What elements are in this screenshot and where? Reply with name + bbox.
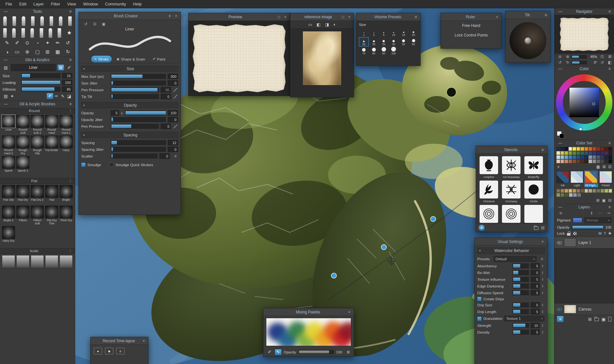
brush-tool-6[interactable] <box>50 16 53 26</box>
reset-rotation-icon[interactable]: ↺ <box>600 60 605 65</box>
import-brush-icon[interactable]: ⊟ <box>92 22 97 26</box>
panel-header[interactable]: reference image □ × <box>290 13 354 21</box>
minimize-icon[interactable]: — <box>558 67 563 71</box>
color-swatch[interactable] <box>556 151 560 155</box>
layers-header[interactable]: — Layers ≡ <box>554 204 614 210</box>
record-icon[interactable]: ● <box>94 348 102 354</box>
canvas-visibility-icon[interactable] <box>557 307 562 311</box>
color-swatch[interactable] <box>564 155 568 159</box>
color-swatch[interactable] <box>596 189 600 193</box>
stencil-group-icon[interactable] <box>534 227 538 230</box>
add-layer-icon[interactable]: ⊞ <box>588 317 592 322</box>
slider-track-re-wet[interactable] <box>513 270 529 275</box>
minimize-icon[interactable]: — <box>3 58 8 62</box>
color-set-header[interactable]: — Color Set ≡ <box>554 140 614 146</box>
slider-value[interactable]: 5 <box>531 277 540 282</box>
slider-value[interactable]: 5 <box>531 302 540 308</box>
volume-preset-100[interactable]: 100 <box>389 46 399 56</box>
flip-horizontal-icon[interactable]: ◧ <box>607 60 612 65</box>
brush-preset-round-soft[interactable]: Round Soft <box>16 115 30 135</box>
active-brush-name[interactable]: Liner <box>11 64 56 71</box>
mix-pen-icon[interactable]: ✎ <box>275 349 281 355</box>
checkbox-box[interactable] <box>477 297 481 301</box>
color-swatch[interactable] <box>588 155 592 159</box>
brush-preset-hairy[interactable]: Hairy <box>59 135 73 155</box>
brush-flyout-icon[interactable]: ✐ <box>66 65 72 70</box>
stencil-chesnut[interactable]: Chesnut <box>479 181 499 203</box>
row-menu-icon[interactable]: ≡ <box>173 154 178 158</box>
canvas-layer-name[interactable]: Canvas <box>578 307 592 311</box>
panel-menu-icon[interactable]: ≡ <box>607 67 612 71</box>
panel-header[interactable]: Record Time-lapse × <box>91 337 148 345</box>
zoom-fit-icon[interactable]: ⊡ <box>600 54 605 59</box>
slider-track-loading[interactable] <box>21 80 60 85</box>
slider-prefix-value[interactable]: 5 <box>111 110 119 116</box>
navigator-header[interactable]: — Navigator ≡ <box>554 8 614 15</box>
slider-value[interactable]: 0 <box>168 117 178 122</box>
section-header-opacity[interactable]: ▾Opacity <box>81 102 178 108</box>
brush-preset-thick-dry[interactable]: Thick Dry <box>59 206 73 225</box>
brush-preset-flat[interactable]: Flat <box>45 185 59 205</box>
color-swatch[interactable] <box>561 155 564 159</box>
color-swatch[interactable] <box>577 159 580 163</box>
value-stepper[interactable]: ▲▼ <box>542 264 545 268</box>
color-swatch[interactable] <box>609 155 612 159</box>
color-swatch[interactable] <box>561 193 564 197</box>
remove-swatch-icon[interactable]: ⊟ <box>608 198 611 203</box>
color-swatch[interactable] <box>556 159 560 163</box>
menu-item-view[interactable]: View <box>64 0 80 8</box>
color-swatch[interactable] <box>569 147 572 151</box>
waterdrop-tool-icon[interactable]: ◔ <box>34 39 41 46</box>
rotate-cw-icon[interactable]: ↻ <box>565 60 570 65</box>
volume-preset-90[interactable]: 90 <box>379 46 389 56</box>
slider-track-texture-influence[interactable] <box>513 277 529 282</box>
color-swatch[interactable] <box>577 155 580 159</box>
slider-track-oiliness[interactable] <box>21 87 60 92</box>
color-swatch[interactable] <box>604 155 608 159</box>
tools-panel-header[interactable]: — Tools ≡ <box>0 8 75 15</box>
section-menu-icon[interactable]: ⋮ <box>68 109 73 113</box>
flip-vertical-icon[interactable]: ◨ <box>325 22 329 27</box>
close-icon[interactable]: × <box>495 15 500 19</box>
slider-value[interactable]: 5 <box>531 309 540 314</box>
stencil-art-nouveau[interactable]: Art Nouveau <box>501 156 521 179</box>
frame-icon[interactable]: ▭ <box>308 22 312 27</box>
brush-preset-speck-2[interactable]: Speck 2 <box>16 156 30 176</box>
color-swatch[interactable] <box>601 189 604 193</box>
color-swatch[interactable] <box>577 193 581 197</box>
value-stepper[interactable]: ▲▼ <box>542 291 545 295</box>
value-stepper[interactable]: ▲▼ <box>542 331 545 334</box>
black-white-swatches[interactable] <box>557 131 564 138</box>
blend-mode-dropdown[interactable]: Normal▾ <box>585 217 611 223</box>
mix-opacity-value[interactable]: 100 <box>336 350 342 354</box>
brush-tool-9[interactable] <box>3 28 7 38</box>
pick-brush-icon[interactable]: ✐ <box>266 349 273 355</box>
color-swatch[interactable] <box>601 159 604 163</box>
checkbox-box[interactable] <box>109 163 114 167</box>
panel-menu-icon[interactable]: ≡ <box>543 13 548 17</box>
color-swatch[interactable] <box>593 151 596 155</box>
brush-preset-flat-dry-2[interactable]: Flat Dry 2 <box>30 185 44 205</box>
dirty-brush-icon[interactable]: ✦ <box>9 93 15 99</box>
pigment-swatch[interactable] <box>573 218 582 223</box>
brush-tool-5[interactable] <box>40 16 44 26</box>
color-swatch[interactable] <box>580 159 584 163</box>
section-header-size[interactable]: ▾Size <box>81 66 178 72</box>
slider-track-drip-size[interactable] <box>513 303 529 307</box>
slider-value[interactable]: 0 <box>168 147 178 152</box>
online-stencils-icon[interactable]: ⊕ <box>479 225 485 231</box>
close-icon[interactable]: × <box>283 15 288 19</box>
lock-icon[interactable] <box>567 231 570 236</box>
volume-preset-20[interactable]: 20 <box>408 28 418 37</box>
slider-value[interactable]: 95 <box>161 87 171 93</box>
panel-menu-icon[interactable]: ≡ <box>413 15 418 19</box>
layer-visibility-icon[interactable] <box>557 240 562 245</box>
presets-dropdown[interactable]: Default▾ <box>494 256 537 262</box>
menu-item-edit[interactable]: Edit <box>16 0 30 8</box>
value-stepper[interactable]: ▲▼ <box>542 310 545 313</box>
sv-marker[interactable] <box>592 102 595 105</box>
brush-preset-flat-dry[interactable]: Flat Dry <box>16 185 30 205</box>
rotation-slider[interactable] <box>571 61 587 64</box>
value-stepper[interactable]: ▲▼ <box>542 271 545 274</box>
brush-preset-hairy-dry[interactable]: Hairy Dry <box>2 226 15 246</box>
